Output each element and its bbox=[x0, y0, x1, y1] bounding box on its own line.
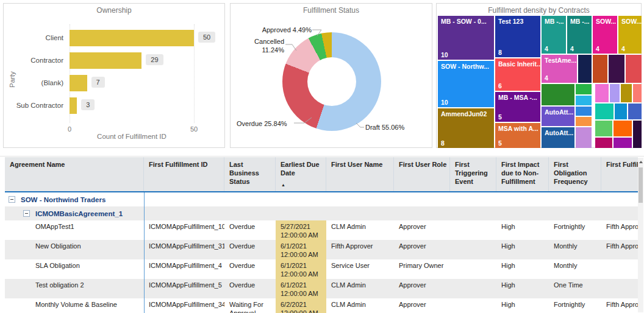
collapse-icon[interactable] bbox=[9, 196, 15, 203]
column-header-2[interactable]: First Fulfillment ID bbox=[144, 157, 224, 191]
treemap-tile[interactable] bbox=[610, 84, 620, 102]
collapse-icon[interactable] bbox=[23, 210, 30, 217]
cell-3: Overdue bbox=[224, 220, 276, 240]
cell-9: Monthly bbox=[549, 259, 601, 279]
treemap-tile[interactable]: MSA with A...5 bbox=[495, 123, 540, 148]
cell-4: 6/1/2021 12:00:00 AM bbox=[276, 240, 326, 259]
treemap-tile[interactable]: SOW...4 bbox=[618, 16, 642, 54]
table-row[interactable]: New ObligationICMOMAppFulfillment_31Over… bbox=[5, 240, 638, 259]
cell-5: CLM Admin bbox=[326, 279, 394, 298]
treemap-tile-value: 4 bbox=[545, 74, 548, 82]
cell-8: High bbox=[496, 279, 549, 298]
treemap-tile[interactable] bbox=[633, 121, 642, 148]
column-header-6[interactable]: First User Role bbox=[394, 157, 450, 191]
donut-label-draft: Draft 55.06% bbox=[365, 123, 404, 132]
cell-agreement-name: SLA Obligation bbox=[5, 259, 144, 279]
treemap-tile[interactable] bbox=[609, 55, 624, 83]
treemap-tile-label: SOW... bbox=[618, 16, 642, 25]
scrollbar-thumb[interactable] bbox=[639, 167, 643, 203]
treemap-tile[interactable] bbox=[628, 104, 642, 119]
treemap-tile[interactable]: Test 1238 bbox=[495, 16, 540, 57]
treemap-tile[interactable]: TestAme...4 bbox=[542, 55, 577, 83]
treemap-tile[interactable]: AutoAtt... bbox=[542, 127, 574, 148]
treemap-tile[interactable] bbox=[542, 84, 574, 105]
scroll-up-button[interactable] bbox=[638, 158, 643, 166]
cell-5: CLM Admin bbox=[326, 220, 394, 240]
treemap-tile[interactable]: MB - SOW - 0...10 bbox=[438, 16, 494, 60]
cell-9: Fortnightly bbox=[549, 220, 601, 240]
table-row[interactable]: Monthly Volume & BaselineICMOMAppFulfill… bbox=[5, 298, 638, 313]
table-row[interactable]: SLA ObligationICMOMAppFulfillment_4Overd… bbox=[5, 259, 638, 279]
treemap-tile[interactable]: Basic Inherit...6 bbox=[495, 58, 540, 91]
vertical-scrollbar[interactable] bbox=[638, 158, 643, 312]
column-header-10[interactable]: First Fulfill bbox=[601, 157, 638, 191]
group-row[interactable]: ICMOMBasicAgreement_1 bbox=[5, 206, 638, 220]
treemap-tile[interactable]: MB -...4 bbox=[567, 16, 592, 54]
treemap-tile[interactable] bbox=[614, 121, 632, 136]
treemap-tile-value: 8 bbox=[441, 139, 445, 147]
x-gridline bbox=[194, 24, 195, 123]
treemap-tile[interactable] bbox=[593, 55, 607, 83]
cell-6: Approver bbox=[394, 240, 450, 259]
treemap-tile[interactable] bbox=[614, 138, 632, 148]
treemap-tile[interactable] bbox=[595, 84, 609, 102]
treemap-tile-value: 8 bbox=[498, 49, 502, 56]
treemap-tile[interactable] bbox=[595, 138, 612, 148]
table-row[interactable]: Test obligation 2ICMOMAppFulfillment_5Ov… bbox=[5, 279, 638, 298]
treemap-tile-label: Basic Inherit... bbox=[495, 58, 540, 68]
cell-7 bbox=[450, 220, 496, 240]
treemap-tile[interactable] bbox=[576, 96, 592, 105]
bar-category-label: Client bbox=[4, 34, 63, 41]
treemap-tile[interactable] bbox=[576, 117, 592, 126]
group-label[interactable]: ICMOMBasicAgreement_1 bbox=[35, 210, 123, 217]
cell-2: ICMOMAppFulfillment_10 bbox=[144, 220, 224, 240]
treemap-tile[interactable] bbox=[595, 104, 614, 119]
column-header-9[interactable]: First Obligation Frequency bbox=[549, 157, 601, 191]
cell-7 bbox=[450, 240, 496, 259]
cell-7 bbox=[450, 279, 496, 298]
treemap-tile[interactable] bbox=[621, 84, 632, 102]
cell-3: Overdue bbox=[224, 279, 276, 298]
treemap-tile[interactable] bbox=[576, 84, 592, 94]
bar-contractor[interactable]: 29 bbox=[70, 52, 141, 69]
cell-5: Service User bbox=[326, 259, 394, 279]
column-header-5[interactable]: First User Name bbox=[326, 157, 394, 191]
treemap-tile-label: MB - SOW - 0... bbox=[438, 16, 494, 25]
bar--blank-[interactable]: 7 bbox=[70, 75, 87, 91]
column-header-7[interactable]: First Triggering Event bbox=[450, 157, 496, 191]
table-row[interactable]: OMAppTest1ICMOMAppFulfillment_10Overdue5… bbox=[5, 220, 638, 240]
treemap-tile[interactable] bbox=[633, 84, 642, 102]
treemap-tile[interactable]: AutoAtt... bbox=[542, 107, 574, 126]
treemap-tile[interactable] bbox=[626, 55, 642, 83]
treemap-tile[interactable] bbox=[576, 127, 592, 148]
bar-value-label: 29 bbox=[146, 54, 163, 65]
column-header-8[interactable]: First Impact due to Non-Fulfillment bbox=[496, 157, 549, 191]
bar-client[interactable]: 50 bbox=[70, 30, 194, 46]
cell-9: Fortnightly bbox=[549, 298, 601, 313]
column-header-4[interactable]: Earliest Due Date▲ bbox=[276, 157, 326, 191]
group-row[interactable]: SOW - Northwind Traders bbox=[5, 192, 638, 206]
treemap-tile-label: MB -... bbox=[567, 16, 592, 25]
treemap-tile[interactable]: AmmendJun028 bbox=[438, 108, 494, 148]
treemap-tile[interactable]: SOW...4 bbox=[593, 16, 617, 54]
ownership-chart-title: Ownership bbox=[4, 6, 224, 15]
treemap-tile[interactable]: MB -...4 bbox=[542, 16, 566, 54]
treemap-tile-value: 6 bbox=[498, 82, 502, 90]
cell-2: ICMOMAppFulfillment_31 bbox=[144, 240, 224, 259]
treemap-tile[interactable]: SOW - Northw...10 bbox=[438, 61, 494, 107]
column-header-3[interactable]: Last Business Status bbox=[224, 157, 276, 191]
column-header-1[interactable]: Agreement Name bbox=[5, 157, 144, 191]
bar-value-label: 3 bbox=[81, 99, 95, 110]
report-canvas: Ownership Party 502973 Count of Fulfillm… bbox=[0, 0, 644, 313]
treemap-body: MB - SOW - 0...10SOW - Northw...10Ammend… bbox=[438, 16, 642, 148]
treemap-tile[interactable] bbox=[578, 55, 592, 83]
group-label[interactable]: SOW - Northwind Traders bbox=[21, 196, 106, 203]
treemap-tile[interactable] bbox=[615, 104, 627, 119]
treemap-tile[interactable]: MB - MSA -...5 bbox=[495, 92, 540, 122]
treemap-tile[interactable] bbox=[576, 107, 592, 116]
bar-sub-contractor[interactable]: 3 bbox=[70, 97, 77, 114]
cell-8: High bbox=[496, 240, 549, 259]
bar-category-label: Contractor bbox=[4, 57, 63, 64]
treemap-tile[interactable] bbox=[595, 121, 612, 136]
fulfillment-status-donut[interactable] bbox=[282, 32, 381, 131]
